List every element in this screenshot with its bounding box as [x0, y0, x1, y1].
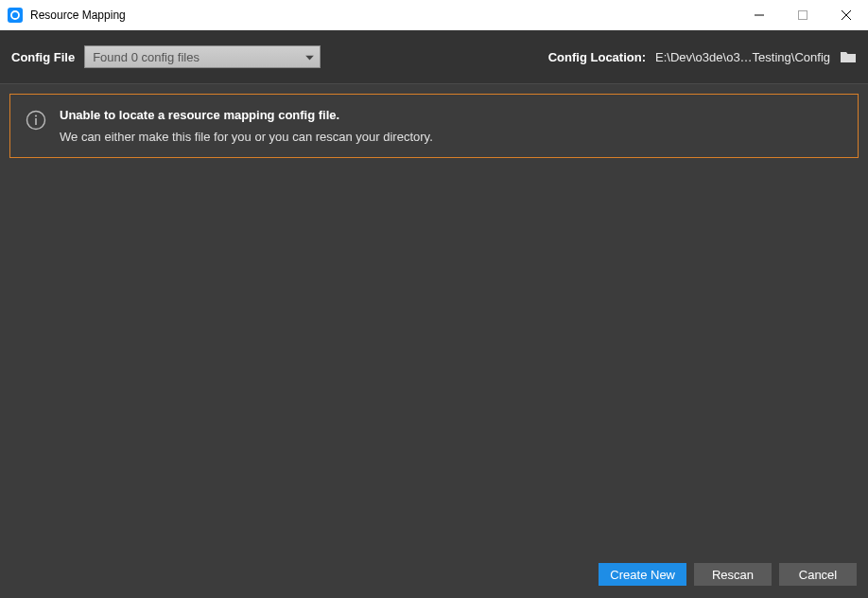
svg-rect-7	[35, 118, 37, 125]
create-new-button[interactable]: Create New	[599, 563, 686, 586]
svg-point-6	[35, 114, 37, 116]
config-location-path: E:\Dev\o3de\o3…Testing\Config	[655, 50, 830, 64]
info-title: Unable to locate a resource mapping conf…	[60, 108, 433, 122]
footer: Create New Rescan Cancel	[0, 556, 868, 598]
svg-point-0	[11, 11, 19, 19]
chevron-down-icon	[305, 50, 314, 64]
config-file-dropdown[interactable]: Found 0 config files	[84, 45, 321, 68]
dropdown-value: Found 0 config files	[93, 50, 200, 64]
svg-rect-2	[799, 11, 807, 20]
info-description: We can either make this file for you or …	[60, 130, 433, 144]
app-icon	[8, 8, 23, 23]
config-file-label: Config File	[11, 50, 75, 64]
config-location-label: Config Location:	[548, 50, 646, 64]
info-icon	[26, 110, 46, 133]
minimize-button[interactable]	[738, 0, 781, 30]
window-title: Resource Mapping	[30, 9, 738, 22]
info-text: Unable to locate a resource mapping conf…	[60, 108, 433, 144]
window-controls	[738, 0, 868, 30]
config-bar: Config File Found 0 config files Config …	[0, 30, 868, 83]
cancel-button[interactable]: Cancel	[779, 563, 857, 586]
titlebar: Resource Mapping	[0, 0, 868, 30]
rescan-button[interactable]: Rescan	[694, 563, 772, 586]
folder-icon[interactable]	[840, 50, 857, 63]
maximize-button[interactable]	[781, 0, 825, 30]
content-area: Unable to locate a resource mapping conf…	[0, 84, 868, 556]
info-banner: Unable to locate a resource mapping conf…	[9, 94, 859, 158]
close-button[interactable]	[825, 0, 868, 30]
